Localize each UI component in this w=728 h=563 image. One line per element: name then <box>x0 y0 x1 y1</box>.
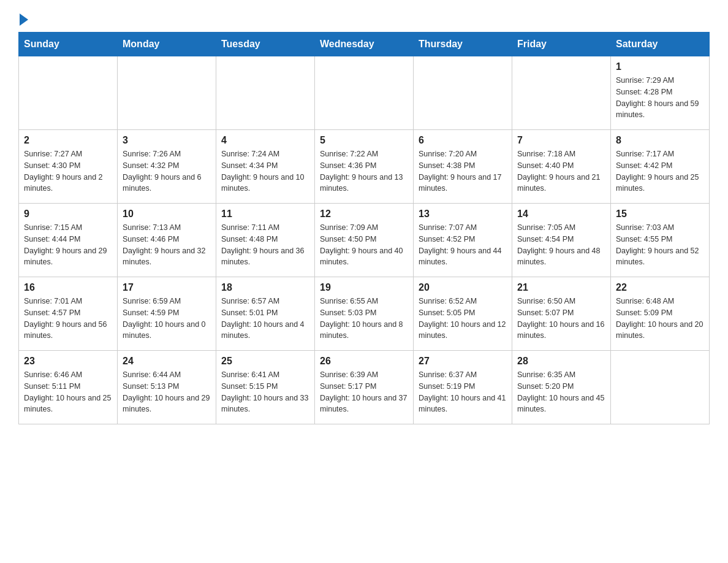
calendar-cell: 18Sunrise: 6:57 AMSunset: 5:01 PMDayligh… <box>216 277 315 351</box>
calendar-cell <box>414 56 512 130</box>
day-info: Sunrise: 7:15 AMSunset: 4:44 PMDaylight:… <box>24 222 112 268</box>
calendar-cell <box>216 56 315 130</box>
calendar-cell: 12Sunrise: 7:09 AMSunset: 4:50 PMDayligh… <box>315 204 414 277</box>
calendar-cell: 13Sunrise: 7:07 AMSunset: 4:52 PMDayligh… <box>414 204 512 277</box>
calendar-cell: 3Sunrise: 7:26 AMSunset: 4:32 PMDaylight… <box>118 130 216 204</box>
day-number: 26 <box>320 356 408 367</box>
day-info: Sunrise: 6:44 AMSunset: 5:13 PMDaylight:… <box>123 369 211 415</box>
day-info: Sunrise: 7:05 AMSunset: 4:54 PMDaylight:… <box>517 222 605 268</box>
calendar-cell <box>19 56 118 130</box>
logo <box>18 12 28 26</box>
day-info: Sunrise: 7:13 AMSunset: 4:46 PMDaylight:… <box>123 222 211 268</box>
day-number: 10 <box>123 209 211 220</box>
day-info: Sunrise: 6:57 AMSunset: 5:01 PMDaylight:… <box>221 296 309 342</box>
weekday-header-wednesday: Wednesday <box>315 33 414 56</box>
day-info: Sunrise: 6:46 AMSunset: 5:11 PMDaylight:… <box>24 369 112 415</box>
day-number: 17 <box>123 282 211 293</box>
calendar-body: 1Sunrise: 7:29 AMSunset: 4:28 PMDaylight… <box>19 56 710 424</box>
day-number: 28 <box>517 356 605 367</box>
logo-arrow-icon <box>20 13 28 26</box>
day-info: Sunrise: 6:55 AMSunset: 5:03 PMDaylight:… <box>320 296 408 342</box>
day-info: Sunrise: 7:07 AMSunset: 4:52 PMDaylight:… <box>419 222 507 268</box>
calendar-cell: 6Sunrise: 7:20 AMSunset: 4:38 PMDaylight… <box>414 130 512 204</box>
calendar-cell <box>118 56 216 130</box>
weekday-header-friday: Friday <box>512 33 611 56</box>
day-info: Sunrise: 7:24 AMSunset: 4:34 PMDaylight:… <box>221 148 309 194</box>
day-info: Sunrise: 7:18 AMSunset: 4:40 PMDaylight:… <box>517 148 605 194</box>
day-info: Sunrise: 6:50 AMSunset: 5:07 PMDaylight:… <box>517 296 605 342</box>
calendar-cell: 14Sunrise: 7:05 AMSunset: 4:54 PMDayligh… <box>512 204 611 277</box>
day-info: Sunrise: 7:29 AMSunset: 4:28 PMDaylight:… <box>616 75 704 121</box>
day-info: Sunrise: 6:41 AMSunset: 5:15 PMDaylight:… <box>221 369 309 415</box>
day-info: Sunrise: 7:01 AMSunset: 4:57 PMDaylight:… <box>24 296 112 342</box>
day-number: 25 <box>221 356 309 367</box>
day-number: 12 <box>320 209 408 220</box>
calendar-cell: 24Sunrise: 6:44 AMSunset: 5:13 PMDayligh… <box>118 351 216 424</box>
day-number: 24 <box>123 356 211 367</box>
calendar-cell: 5Sunrise: 7:22 AMSunset: 4:36 PMDaylight… <box>315 130 414 204</box>
calendar-cell: 28Sunrise: 6:35 AMSunset: 5:20 PMDayligh… <box>512 351 611 424</box>
calendar-cell <box>315 56 414 130</box>
day-number: 27 <box>419 356 507 367</box>
calendar-cell: 9Sunrise: 7:15 AMSunset: 4:44 PMDaylight… <box>19 204 118 277</box>
day-info: Sunrise: 7:11 AMSunset: 4:48 PMDaylight:… <box>221 222 309 268</box>
day-info: Sunrise: 7:22 AMSunset: 4:36 PMDaylight:… <box>320 148 408 194</box>
calendar-cell: 10Sunrise: 7:13 AMSunset: 4:46 PMDayligh… <box>118 204 216 277</box>
day-number: 15 <box>616 209 704 220</box>
day-number: 22 <box>616 282 704 293</box>
day-number: 7 <box>517 135 605 146</box>
day-number: 20 <box>419 282 507 293</box>
calendar-cell: 7Sunrise: 7:18 AMSunset: 4:40 PMDaylight… <box>512 130 611 204</box>
day-number: 3 <box>123 135 211 146</box>
calendar-week-row: 2Sunrise: 7:27 AMSunset: 4:30 PMDaylight… <box>19 130 710 204</box>
calendar-table: SundayMondayTuesdayWednesdayThursdayFrid… <box>18 32 710 424</box>
day-number: 16 <box>24 282 112 293</box>
calendar-cell: 16Sunrise: 7:01 AMSunset: 4:57 PMDayligh… <box>19 277 118 351</box>
day-number: 6 <box>419 135 507 146</box>
day-info: Sunrise: 7:26 AMSunset: 4:32 PMDaylight:… <box>123 148 211 194</box>
day-info: Sunrise: 6:59 AMSunset: 4:59 PMDaylight:… <box>123 296 211 342</box>
weekday-header-monday: Monday <box>118 33 216 56</box>
calendar-cell: 4Sunrise: 7:24 AMSunset: 4:34 PMDaylight… <box>216 130 315 204</box>
day-info: Sunrise: 6:48 AMSunset: 5:09 PMDaylight:… <box>616 296 704 342</box>
calendar-cell <box>512 56 611 130</box>
weekday-header-sunday: Sunday <box>19 33 118 56</box>
day-info: Sunrise: 7:17 AMSunset: 4:42 PMDaylight:… <box>616 148 704 194</box>
calendar-cell: 23Sunrise: 6:46 AMSunset: 5:11 PMDayligh… <box>19 351 118 424</box>
day-number: 13 <box>419 209 507 220</box>
calendar-cell: 19Sunrise: 6:55 AMSunset: 5:03 PMDayligh… <box>315 277 414 351</box>
calendar-cell: 21Sunrise: 6:50 AMSunset: 5:07 PMDayligh… <box>512 277 611 351</box>
day-info: Sunrise: 7:09 AMSunset: 4:50 PMDaylight:… <box>320 222 408 268</box>
day-number: 1 <box>616 61 704 72</box>
calendar-cell: 2Sunrise: 7:27 AMSunset: 4:30 PMDaylight… <box>19 130 118 204</box>
calendar-cell: 27Sunrise: 6:37 AMSunset: 5:19 PMDayligh… <box>414 351 512 424</box>
weekday-header-tuesday: Tuesday <box>216 33 315 56</box>
day-number: 21 <box>517 282 605 293</box>
calendar-week-row: 16Sunrise: 7:01 AMSunset: 4:57 PMDayligh… <box>19 277 710 351</box>
calendar-cell: 22Sunrise: 6:48 AMSunset: 5:09 PMDayligh… <box>611 277 710 351</box>
day-number: 8 <box>616 135 704 146</box>
calendar-cell: 17Sunrise: 6:59 AMSunset: 4:59 PMDayligh… <box>118 277 216 351</box>
day-number: 11 <box>221 209 309 220</box>
day-info: Sunrise: 7:03 AMSunset: 4:55 PMDaylight:… <box>616 222 704 268</box>
calendar-cell: 15Sunrise: 7:03 AMSunset: 4:55 PMDayligh… <box>611 204 710 277</box>
weekday-header-row: SundayMondayTuesdayWednesdayThursdayFrid… <box>19 33 710 56</box>
day-info: Sunrise: 6:37 AMSunset: 5:19 PMDaylight:… <box>419 369 507 415</box>
day-number: 19 <box>320 282 408 293</box>
calendar-week-row: 9Sunrise: 7:15 AMSunset: 4:44 PMDaylight… <box>19 204 710 277</box>
day-number: 4 <box>221 135 309 146</box>
calendar-cell: 20Sunrise: 6:52 AMSunset: 5:05 PMDayligh… <box>414 277 512 351</box>
calendar-header: SundayMondayTuesdayWednesdayThursdayFrid… <box>19 33 710 56</box>
calendar-week-row: 1Sunrise: 7:29 AMSunset: 4:28 PMDaylight… <box>19 56 710 130</box>
day-info: Sunrise: 6:52 AMSunset: 5:05 PMDaylight:… <box>419 296 507 342</box>
weekday-header-saturday: Saturday <box>611 33 710 56</box>
calendar-cell: 8Sunrise: 7:17 AMSunset: 4:42 PMDaylight… <box>611 130 710 204</box>
day-info: Sunrise: 6:35 AMSunset: 5:20 PMDaylight:… <box>517 369 605 415</box>
calendar-cell: 1Sunrise: 7:29 AMSunset: 4:28 PMDaylight… <box>611 56 710 130</box>
page-header <box>18 12 710 26</box>
calendar-cell: 25Sunrise: 6:41 AMSunset: 5:15 PMDayligh… <box>216 351 315 424</box>
day-info: Sunrise: 7:27 AMSunset: 4:30 PMDaylight:… <box>24 148 112 194</box>
weekday-header-thursday: Thursday <box>414 33 512 56</box>
day-number: 5 <box>320 135 408 146</box>
day-number: 18 <box>221 282 309 293</box>
